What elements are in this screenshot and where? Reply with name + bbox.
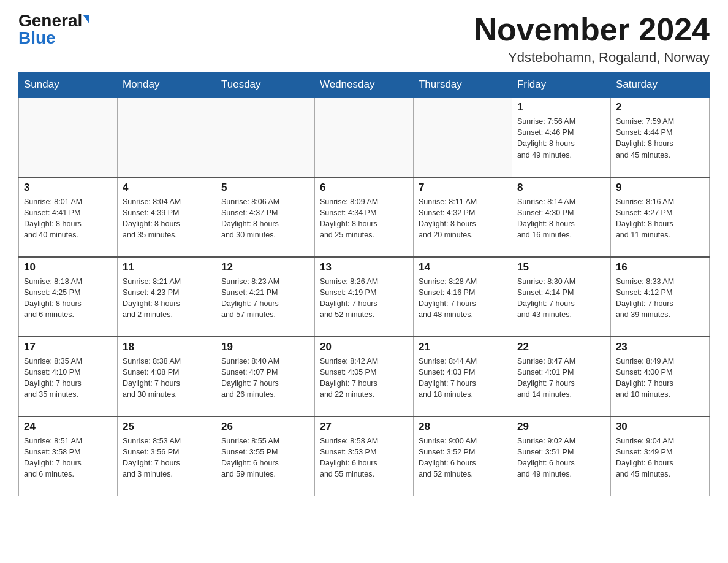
day-info: Sunrise: 8:30 AMSunset: 4:14 PMDaylight:… (517, 276, 605, 321)
logo-general: General (18, 12, 89, 29)
calendar-cell: 16Sunrise: 8:33 AMSunset: 4:12 PMDayligh… (610, 257, 709, 337)
calendar-week-row: 10Sunrise: 8:18 AMSunset: 4:25 PMDayligh… (19, 257, 710, 337)
day-number: 2 (616, 101, 704, 113)
day-number: 28 (419, 421, 507, 433)
day-info: Sunrise: 7:59 AMSunset: 4:44 PMDaylight:… (616, 116, 704, 161)
calendar-cell: 5Sunrise: 8:06 AMSunset: 4:37 PMDaylight… (216, 177, 314, 257)
day-number: 29 (517, 421, 605, 433)
calendar-cell (413, 98, 512, 177)
day-info: Sunrise: 8:14 AMSunset: 4:30 PMDaylight:… (517, 196, 605, 241)
calendar-week-row: 1Sunrise: 7:56 AMSunset: 4:46 PMDaylight… (19, 98, 710, 177)
day-info: Sunrise: 8:04 AMSunset: 4:39 PMDaylight:… (123, 196, 211, 241)
col-header-monday: Monday (117, 72, 216, 98)
day-info: Sunrise: 9:00 AMSunset: 3:52 PMDaylight:… (419, 435, 507, 480)
calendar-cell: 2Sunrise: 7:59 AMSunset: 4:44 PMDaylight… (610, 98, 709, 177)
day-info: Sunrise: 7:56 AMSunset: 4:46 PMDaylight:… (517, 116, 605, 161)
calendar-cell: 15Sunrise: 8:30 AMSunset: 4:14 PMDayligh… (512, 257, 610, 337)
day-info: Sunrise: 8:23 AMSunset: 4:21 PMDaylight:… (221, 276, 309, 321)
logo: General Blue (18, 12, 89, 47)
day-number: 22 (517, 341, 605, 353)
month-title: November 2024 (474, 12, 710, 47)
day-number: 14 (419, 261, 507, 274)
col-header-wednesday: Wednesday (314, 72, 413, 98)
day-number: 9 (616, 182, 704, 194)
calendar-cell (19, 98, 118, 177)
calendar-cell: 30Sunrise: 9:04 AMSunset: 3:49 PMDayligh… (610, 416, 709, 496)
calendar-cell: 4Sunrise: 8:04 AMSunset: 4:39 PMDaylight… (117, 177, 216, 257)
day-number: 21 (419, 341, 507, 353)
day-number: 7 (419, 182, 507, 194)
calendar-cell: 25Sunrise: 8:53 AMSunset: 3:56 PMDayligh… (117, 416, 216, 496)
logo-triangle-icon (83, 15, 89, 24)
day-number: 13 (320, 261, 408, 274)
calendar-cell: 1Sunrise: 7:56 AMSunset: 4:46 PMDaylight… (512, 98, 610, 177)
calendar-cell: 14Sunrise: 8:28 AMSunset: 4:16 PMDayligh… (413, 257, 512, 337)
calendar-cell: 3Sunrise: 8:01 AMSunset: 4:41 PMDaylight… (19, 177, 118, 257)
day-info: Sunrise: 9:04 AMSunset: 3:49 PMDaylight:… (616, 435, 704, 480)
calendar-week-row: 17Sunrise: 8:35 AMSunset: 4:10 PMDayligh… (19, 337, 710, 416)
day-info: Sunrise: 8:33 AMSunset: 4:12 PMDaylight:… (616, 276, 704, 321)
calendar-cell: 19Sunrise: 8:40 AMSunset: 4:07 PMDayligh… (216, 337, 314, 416)
day-info: Sunrise: 8:28 AMSunset: 4:16 PMDaylight:… (419, 276, 507, 321)
day-number: 26 (221, 421, 309, 433)
calendar-cell: 12Sunrise: 8:23 AMSunset: 4:21 PMDayligh… (216, 257, 314, 337)
day-number: 15 (517, 261, 605, 274)
day-info: Sunrise: 8:51 AMSunset: 3:58 PMDaylight:… (24, 435, 112, 480)
day-info: Sunrise: 8:49 AMSunset: 4:00 PMDaylight:… (616, 356, 704, 400)
location: Ydstebohamn, Rogaland, Norway (474, 50, 710, 66)
day-info: Sunrise: 8:38 AMSunset: 4:08 PMDaylight:… (123, 356, 211, 400)
calendar-cell: 13Sunrise: 8:26 AMSunset: 4:19 PMDayligh… (314, 257, 413, 337)
logo-blue: Blue (18, 28, 56, 47)
calendar-cell: 11Sunrise: 8:21 AMSunset: 4:23 PMDayligh… (117, 257, 216, 337)
day-info: Sunrise: 8:42 AMSunset: 4:05 PMDaylight:… (320, 356, 408, 400)
calendar-cell: 9Sunrise: 8:16 AMSunset: 4:27 PMDaylight… (610, 177, 709, 257)
calendar-header-row: SundayMondayTuesdayWednesdayThursdayFrid… (19, 72, 710, 98)
calendar-cell: 26Sunrise: 8:55 AMSunset: 3:55 PMDayligh… (216, 416, 314, 496)
day-info: Sunrise: 8:58 AMSunset: 3:53 PMDaylight:… (320, 435, 408, 480)
day-info: Sunrise: 8:44 AMSunset: 4:03 PMDaylight:… (419, 356, 507, 400)
day-number: 23 (616, 341, 704, 353)
calendar-cell: 10Sunrise: 8:18 AMSunset: 4:25 PMDayligh… (19, 257, 118, 337)
day-info: Sunrise: 8:11 AMSunset: 4:32 PMDaylight:… (419, 196, 507, 241)
calendar-cell: 17Sunrise: 8:35 AMSunset: 4:10 PMDayligh… (19, 337, 118, 416)
calendar-week-row: 3Sunrise: 8:01 AMSunset: 4:41 PMDaylight… (19, 177, 710, 257)
day-info: Sunrise: 8:06 AMSunset: 4:37 PMDaylight:… (221, 196, 309, 241)
day-number: 17 (24, 341, 112, 353)
day-info: Sunrise: 8:53 AMSunset: 3:56 PMDaylight:… (123, 435, 211, 480)
day-info: Sunrise: 8:47 AMSunset: 4:01 PMDaylight:… (517, 356, 605, 400)
col-header-tuesday: Tuesday (216, 72, 314, 98)
calendar-cell (216, 98, 314, 177)
col-header-friday: Friday (512, 72, 610, 98)
calendar-cell: 27Sunrise: 8:58 AMSunset: 3:53 PMDayligh… (314, 416, 413, 496)
day-info: Sunrise: 8:01 AMSunset: 4:41 PMDaylight:… (24, 196, 112, 241)
calendar-cell: 22Sunrise: 8:47 AMSunset: 4:01 PMDayligh… (512, 337, 610, 416)
calendar-cell: 8Sunrise: 8:14 AMSunset: 4:30 PMDaylight… (512, 177, 610, 257)
day-number: 16 (616, 261, 704, 274)
calendar-cell: 20Sunrise: 8:42 AMSunset: 4:05 PMDayligh… (314, 337, 413, 416)
day-number: 6 (320, 182, 408, 194)
calendar-cell (117, 98, 216, 177)
calendar-cell: 21Sunrise: 8:44 AMSunset: 4:03 PMDayligh… (413, 337, 512, 416)
calendar-cell: 6Sunrise: 8:09 AMSunset: 4:34 PMDaylight… (314, 177, 413, 257)
col-header-sunday: Sunday (19, 72, 118, 98)
day-number: 19 (221, 341, 309, 353)
day-number: 3 (24, 182, 112, 194)
day-number: 8 (517, 182, 605, 194)
day-number: 12 (221, 261, 309, 274)
day-info: Sunrise: 8:16 AMSunset: 4:27 PMDaylight:… (616, 196, 704, 241)
calendar-week-row: 24Sunrise: 8:51 AMSunset: 3:58 PMDayligh… (19, 416, 710, 496)
col-header-thursday: Thursday (413, 72, 512, 98)
day-number: 27 (320, 421, 408, 433)
day-info: Sunrise: 8:21 AMSunset: 4:23 PMDaylight:… (123, 276, 211, 321)
calendar-cell: 18Sunrise: 8:38 AMSunset: 4:08 PMDayligh… (117, 337, 216, 416)
day-number: 24 (24, 421, 112, 433)
day-number: 18 (123, 341, 211, 353)
day-number: 10 (24, 261, 112, 274)
day-info: Sunrise: 8:40 AMSunset: 4:07 PMDaylight:… (221, 356, 309, 400)
col-header-saturday: Saturday (610, 72, 709, 98)
calendar-cell: 7Sunrise: 8:11 AMSunset: 4:32 PMDaylight… (413, 177, 512, 257)
calendar-cell: 28Sunrise: 9:00 AMSunset: 3:52 PMDayligh… (413, 416, 512, 496)
day-info: Sunrise: 8:55 AMSunset: 3:55 PMDaylight:… (221, 435, 309, 480)
calendar-table: SundayMondayTuesdayWednesdayThursdayFrid… (18, 72, 710, 496)
calendar-cell: 29Sunrise: 9:02 AMSunset: 3:51 PMDayligh… (512, 416, 610, 496)
